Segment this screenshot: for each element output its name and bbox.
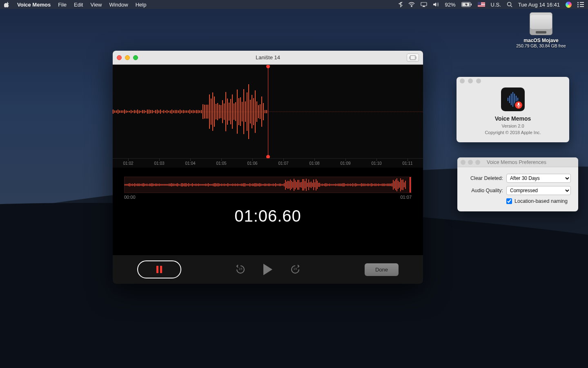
bluetooth-icon[interactable] xyxy=(399,2,403,7)
drive-name: macOS Mojave xyxy=(514,38,568,43)
volume-icon[interactable] xyxy=(433,2,439,7)
desktop-drive[interactable]: macOS Mojave 250.79 GB, 30.84 GB free xyxy=(514,12,568,48)
about-window: Voice Memos Version 2.0 Copyright © 2018… xyxy=(457,77,569,142)
prefs-titlebar[interactable]: Voice Memos Preferences xyxy=(457,157,578,167)
input-source-label: U.S. xyxy=(491,2,501,8)
battery-percent: 92% xyxy=(445,2,456,8)
skip-back-button[interactable]: 15 xyxy=(235,264,246,275)
clear-deleted-label: Clear Deleted: xyxy=(465,175,503,181)
zoom-button[interactable] xyxy=(475,160,480,165)
svg-point-0 xyxy=(411,6,412,7)
location-naming-checkbox[interactable] xyxy=(506,198,512,204)
clock[interactable]: Tue Aug 14 16:41 xyxy=(518,2,560,8)
zoom-button[interactable] xyxy=(476,79,481,83)
minimize-button[interactable] xyxy=(468,160,473,165)
about-copyright: Copyright © 2018 Apple Inc. xyxy=(457,130,569,135)
wifi-icon[interactable] xyxy=(408,2,415,7)
elapsed-time: 01:06.60 xyxy=(113,207,423,225)
svg-rect-7 xyxy=(518,103,519,105)
clear-deleted-select[interactable]: After 30 Days xyxy=(506,174,571,183)
done-button[interactable]: Done xyxy=(365,263,399,276)
titlebar[interactable]: Lanište 14 xyxy=(113,51,423,65)
airplay-icon[interactable] xyxy=(421,2,427,7)
skip-forward-button[interactable]: 15 xyxy=(290,264,301,275)
overview-cursor[interactable] xyxy=(410,177,411,193)
minimize-button[interactable] xyxy=(468,79,473,83)
menu-edit[interactable]: Edit xyxy=(74,2,83,8)
app-name[interactable]: Voice Memos xyxy=(17,2,51,8)
menu-bar: Voice Memos File Edit View Window Help 9… xyxy=(0,0,588,9)
play-button[interactable] xyxy=(263,264,272,275)
playback-controls: 15 15 Done xyxy=(113,255,423,284)
window-title: Lanište 14 xyxy=(113,54,423,61)
pause-recording-button[interactable] xyxy=(137,260,181,278)
close-button[interactable] xyxy=(461,160,466,165)
notification-center-icon[interactable] xyxy=(577,2,584,7)
menu-file[interactable]: File xyxy=(58,2,67,8)
hard-drive-icon xyxy=(530,12,552,35)
microphone-badge-icon xyxy=(514,101,523,110)
input-source-flag-icon[interactable] xyxy=(478,2,485,7)
menu-window[interactable]: Window xyxy=(109,2,128,8)
close-button[interactable] xyxy=(460,79,465,83)
battery-icon[interactable] xyxy=(461,2,472,7)
spotlight-icon[interactable] xyxy=(507,2,512,7)
audio-quality-label: Audio Quality: xyxy=(465,188,503,193)
audio-quality-select[interactable]: Compressed xyxy=(506,186,571,195)
time-ruler: 01:0201:0301:0401:0501:0601:0701:0801:09… xyxy=(113,159,423,168)
playhead[interactable] xyxy=(268,65,268,158)
prefs-title: Voice Memos Preferences xyxy=(487,159,546,165)
waveform-detail[interactable] xyxy=(113,65,423,159)
svg-rect-4 xyxy=(471,4,472,6)
app-icon xyxy=(501,88,525,111)
voice-memos-window: Lanište 14 01:0201:0301:0401:0501:0601:0… xyxy=(113,51,423,284)
preferences-window: Voice Memos Preferences Clear Deleted: A… xyxy=(457,157,578,211)
about-title: Voice Memos xyxy=(457,115,569,122)
waveform-overview[interactable] xyxy=(124,177,412,193)
about-version: Version 2.0 xyxy=(457,123,569,128)
siri-icon[interactable] xyxy=(566,2,572,8)
svg-rect-6 xyxy=(410,56,415,60)
menu-view[interactable]: View xyxy=(90,2,102,8)
location-naming-label: Location-based naming xyxy=(514,198,568,204)
overview-end-time: 01:07 xyxy=(400,195,412,200)
drive-info: 250.79 GB, 30.84 GB free xyxy=(514,43,568,48)
svg-point-5 xyxy=(507,2,511,6)
overview-start-time: 00:00 xyxy=(124,195,136,200)
apple-menu-icon[interactable] xyxy=(4,2,10,7)
menu-help[interactable]: Help xyxy=(136,2,147,8)
svg-rect-1 xyxy=(421,2,427,6)
